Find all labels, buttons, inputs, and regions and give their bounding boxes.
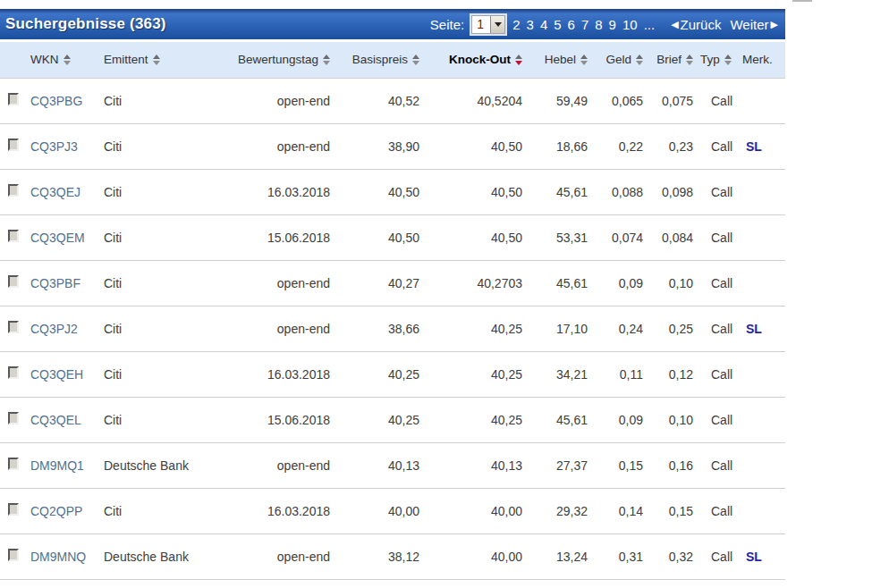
column-header-basispreis[interactable]: Basispreis [330,42,419,78]
wkn-link[interactable]: CQ2QPP [30,504,82,518]
wkn-link[interactable]: CQ3QEM [30,231,85,245]
basispreis-cell: 40,25 [330,397,419,442]
typ-cell: Call [693,397,742,442]
typ-cell: Call [693,533,742,579]
basispreis-cell: 40,00 [330,488,419,533]
emittent-cell: Citi [104,260,236,306]
knockout-cell: 40,25 [419,351,522,397]
page-link[interactable]: 10 [622,17,638,32]
row-checkbox[interactable] [8,139,19,151]
row-checkbox[interactable] [8,412,19,424]
hebel-cell: 18,66 [522,123,588,169]
row-checkbox[interactable] [8,93,19,105]
table-row: CQ3QEJ Citi 16.03.2018 40,50 40,50 45,61… [0,169,785,214]
prev-link[interactable]: ◀Zurück [671,17,721,32]
knockout-cell: 40,5204 [419,78,522,123]
bewertungstag-cell: 15.06.2018 [236,214,330,260]
knockout-cell: 40,25 [419,306,522,351]
column-header-hebel[interactable]: Hebel [522,42,588,78]
row-checkbox[interactable] [8,184,19,197]
geld-cell: 0,31 [588,533,643,579]
page-select-value: 1 [472,16,490,33]
typ-cell: Call [693,306,742,351]
column-header-bewertungstag[interactable]: Bewertungstag [236,42,330,78]
merk-badge: SL [742,306,785,351]
emittent-cell: Citi [104,169,236,214]
row-checkbox[interactable] [8,275,19,288]
typ-cell: Call [693,169,742,214]
brief-cell: 0,10 [643,260,693,306]
wkn-link[interactable]: CQ3QEL [30,413,81,427]
column-header-knockout[interactable]: Knock-Out [419,42,522,78]
table-row: CQ3PJ3 Citi open-end 38,90 40,50 18,66 0… [0,123,785,169]
page-link[interactable]: 8 [595,17,602,32]
column-header-wkn[interactable]: WKN [30,42,104,78]
chevron-down-icon[interactable] [490,16,504,33]
row-checkbox[interactable] [8,458,19,470]
merk-badge [742,169,785,214]
brief-cell: 0,25 [643,306,693,351]
column-header-geld[interactable]: Geld [588,42,643,78]
table-row: CQ3QEH Citi 16.03.2018 40,25 40,25 34,21… [0,351,785,397]
page-link[interactable]: 7 [581,17,588,32]
basispreis-cell: 38,90 [330,123,419,169]
brief-cell: 0,12 [643,351,693,397]
page-link[interactable]: ... [644,17,656,32]
row-checkbox[interactable] [8,366,19,379]
wkn-link[interactable]: DM9MNQ [30,550,86,564]
knockout-cell: 40,13 [419,442,522,488]
hebel-cell: 27,37 [522,442,588,488]
knockout-cell: 40,50 [419,214,522,260]
results-table: WKN Emittent Bewertungstag Basispreis Kn… [0,42,785,580]
merk-badge [742,442,785,488]
page-label: Seite: [430,17,464,32]
emittent-cell: Deutsche Bank [104,442,236,488]
merk-badge [742,78,785,123]
page-link[interactable]: 2 [512,17,520,32]
knockout-cell: 40,2703 [419,260,522,306]
page-title: Suchergebnisse (363) [5,15,166,33]
wkn-link[interactable]: DM9MQ1 [30,458,84,473]
geld-cell: 0,14 [588,488,643,533]
wkn-link[interactable]: CQ3QEH [30,367,83,382]
page-link[interactable]: 5 [554,17,561,32]
column-header-emittent[interactable]: Emittent [104,42,236,78]
page-link[interactable]: 4 [540,17,547,32]
typ-cell: Call [693,351,742,397]
geld-cell: 0,24 [588,306,643,351]
bewertungstag-cell: open-end [236,306,330,351]
next-label: Weiter [730,17,768,32]
wkn-link[interactable]: CQ3PBG [30,94,82,108]
merk-badge: SL [742,123,785,169]
bewertungstag-cell: open-end [236,123,330,169]
typ-cell: Call [693,488,742,533]
hebel-cell: 13,24 [522,533,588,579]
column-header-brief[interactable]: Brief [643,42,693,78]
wkn-link[interactable]: CQ3PBF [30,276,80,290]
bewertungstag-cell: open-end [236,78,330,123]
row-checkbox[interactable] [8,549,19,561]
basispreis-cell: 38,12 [330,533,419,579]
titlebar: Suchergebnisse (363) Seite: 1 2345678910… [0,9,785,39]
results-tbody: CQ3PBG Citi open-end 40,52 40,5204 59,49… [0,78,785,579]
wkn-link[interactable]: CQ3PJ3 [30,139,78,154]
knockout-cell: 40,25 [419,397,522,442]
wkn-link[interactable]: CQ3PJ2 [30,322,78,336]
knockout-cell: 40,50 [419,169,522,214]
table-row: DM9MNQ Deutsche Bank open-end 38,12 40,0… [0,533,785,579]
wkn-link[interactable]: CQ3QEJ [30,185,80,199]
brief-cell: 0,16 [643,442,693,488]
top-edge-artifact [792,0,812,2]
sort-icon [323,55,330,65]
page-link[interactable]: 6 [568,17,575,32]
page-select[interactable]: 1 [471,15,505,34]
brief-cell: 0,098 [643,169,693,214]
column-header-typ[interactable]: Typ [693,42,742,78]
next-link[interactable]: Weiter▶ [730,17,778,32]
hebel-cell: 45,61 [522,169,588,214]
page-link[interactable]: 9 [609,17,616,32]
row-checkbox[interactable] [8,321,19,333]
page-link[interactable]: 3 [527,17,534,32]
row-checkbox[interactable] [8,230,19,242]
row-checkbox[interactable] [8,503,19,516]
